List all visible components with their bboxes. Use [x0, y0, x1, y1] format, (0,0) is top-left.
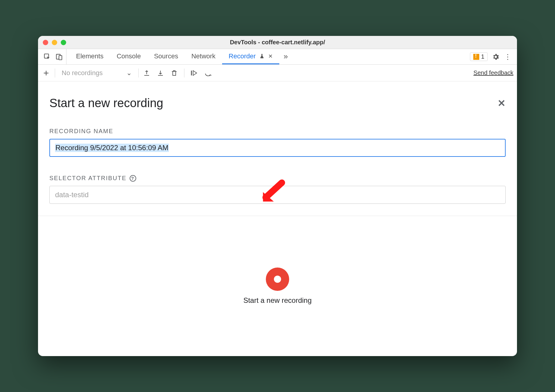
- minimize-window-button[interactable]: [52, 40, 57, 45]
- recorder-toolbar: + No recordings ⌄ Send feed: [38, 65, 517, 81]
- maximize-window-button[interactable]: [61, 40, 66, 45]
- recordings-dropdown[interactable]: No recordings ⌄: [59, 69, 134, 77]
- replay-icon[interactable]: [204, 69, 212, 77]
- tab-sources[interactable]: Sources: [147, 49, 185, 64]
- svg-rect-3: [191, 71, 192, 75]
- warning-count: 1: [481, 53, 484, 60]
- play-step-icon[interactable]: [190, 69, 198, 77]
- more-tabs-button[interactable]: »: [279, 49, 292, 64]
- devtools-window: DevTools - coffee-cart.netlify.app/ Elem…: [38, 36, 517, 356]
- send-feedback-link[interactable]: Send feedback: [474, 69, 513, 76]
- tab-network[interactable]: Network: [185, 49, 222, 64]
- recorder-panel: Start a new recording ✕ RECORDING NAME R…: [38, 81, 517, 356]
- inspect-element-icon[interactable]: [43, 53, 51, 61]
- recording-name-label: RECORDING NAME: [49, 128, 506, 135]
- device-toggle-icon[interactable]: [55, 53, 63, 61]
- tabs-row: Elements Console Sources Network Recorde…: [38, 49, 517, 65]
- close-tab-icon[interactable]: ✕: [268, 53, 273, 60]
- selector-attribute-label: SELECTOR ATTRIBUTE: [49, 175, 127, 182]
- close-panel-icon[interactable]: ✕: [498, 98, 506, 109]
- close-window-button[interactable]: [43, 40, 48, 45]
- chevron-down-icon: ⌄: [126, 69, 132, 77]
- record-icon: [274, 276, 281, 283]
- dropdown-label: No recordings: [62, 69, 103, 77]
- help-icon[interactable]: ?: [130, 175, 136, 182]
- flask-icon: [258, 52, 266, 60]
- panel-heading: Start a new recording: [49, 96, 163, 110]
- delete-icon[interactable]: [170, 69, 178, 77]
- panel-footer: Start a new recording: [38, 216, 517, 356]
- export-icon[interactable]: [143, 69, 151, 77]
- warnings-badge[interactable]: 1: [470, 52, 488, 61]
- svg-rect-2: [59, 55, 62, 60]
- tab-elements[interactable]: Elements: [69, 49, 110, 64]
- titlebar: DevTools - coffee-cart.netlify.app/: [38, 36, 517, 49]
- settings-icon[interactable]: [492, 53, 500, 61]
- start-recording-label: Start a new recording: [243, 296, 312, 305]
- selector-attribute-input[interactable]: [49, 186, 506, 204]
- start-recording-button[interactable]: [266, 268, 289, 291]
- add-recording-button[interactable]: +: [42, 68, 51, 78]
- panel-tabs: Elements Console Sources Network Recorde…: [69, 49, 467, 64]
- tab-console[interactable]: Console: [110, 49, 148, 64]
- import-icon[interactable]: [157, 69, 164, 77]
- tab-recorder[interactable]: Recorder ✕: [222, 49, 279, 64]
- window-title: DevTools - coffee-cart.netlify.app/: [38, 39, 517, 46]
- recording-name-input[interactable]: [49, 139, 506, 157]
- kebab-menu-icon[interactable]: ⋮: [504, 53, 512, 61]
- warning-icon: [473, 54, 479, 60]
- traffic-lights: [43, 40, 66, 45]
